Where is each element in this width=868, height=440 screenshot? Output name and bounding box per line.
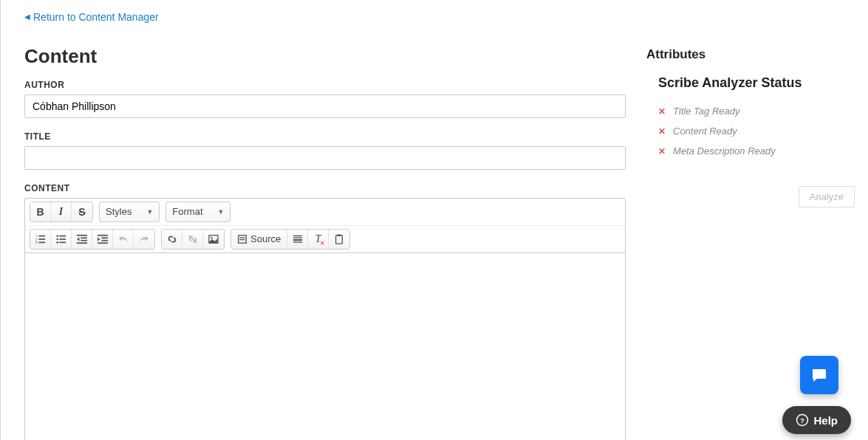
author-input[interactable] xyxy=(24,94,626,118)
svg-rect-1 xyxy=(38,238,45,240)
bullet-list-button[interactable] xyxy=(51,230,72,249)
svg-point-24 xyxy=(211,236,213,238)
svg-rect-28 xyxy=(293,235,302,236)
svg-rect-19 xyxy=(101,239,108,241)
source-button[interactable]: Source xyxy=(231,230,287,249)
svg-rect-13 xyxy=(81,237,87,238)
status-meta-description: ✕ Meta Description Ready xyxy=(658,145,853,157)
svg-marker-21 xyxy=(98,237,100,241)
return-to-content-manager-link[interactable]: ◀ Return to Content Manager xyxy=(24,11,159,23)
title-label: TITLE xyxy=(24,131,626,142)
return-link-label: Return to Content Manager xyxy=(33,11,159,23)
page-title: Content xyxy=(24,45,626,68)
editor-toolbar-row-1: B I S Styles ▼ Format ▼ xyxy=(25,199,625,226)
format-dropdown-label: Format xyxy=(172,206,202,217)
rich-text-editor: B I S Styles ▼ Format ▼ xyxy=(24,198,626,441)
chat-icon xyxy=(810,366,828,384)
status-label: Content Ready xyxy=(673,126,737,137)
format-dropdown[interactable]: Format ▼ xyxy=(165,202,230,222)
help-fab[interactable]: ? Help xyxy=(782,406,851,434)
svg-rect-7 xyxy=(59,235,66,236)
svg-rect-0 xyxy=(38,235,45,236)
image-button[interactable] xyxy=(203,230,224,249)
svg-rect-33 xyxy=(338,234,341,236)
svg-text:3: 3 xyxy=(35,241,38,244)
styles-dropdown-label: Styles xyxy=(106,206,131,217)
x-icon: ✕ xyxy=(658,106,667,117)
svg-rect-27 xyxy=(240,239,245,240)
svg-rect-32 xyxy=(336,235,343,243)
chat-fab[interactable] xyxy=(800,356,838,394)
analyze-button[interactable]: Analyze xyxy=(799,186,855,207)
indent-button[interactable] xyxy=(92,230,113,249)
remove-format-button[interactable]: T✕ xyxy=(308,230,329,249)
svg-rect-30 xyxy=(293,239,302,241)
attributes-heading: Attributes xyxy=(646,47,853,62)
author-label: AUTHOR xyxy=(24,80,626,90)
bold-button[interactable]: B xyxy=(30,202,51,221)
svg-point-6 xyxy=(56,235,58,237)
svg-rect-20 xyxy=(98,242,108,244)
svg-rect-12 xyxy=(77,234,87,236)
content-label: CONTENT xyxy=(24,183,626,193)
strikethrough-button[interactable]: S xyxy=(72,202,92,221)
svg-rect-11 xyxy=(59,241,66,243)
help-label: Help xyxy=(813,414,838,427)
redo-button[interactable] xyxy=(134,230,154,249)
analyzer-heading: Scribe Analyzer Status xyxy=(658,75,853,91)
link-button[interactable] xyxy=(162,230,182,249)
title-input[interactable] xyxy=(24,146,626,170)
triangle-left-icon: ◀ xyxy=(24,13,30,21)
unlink-button[interactable] xyxy=(182,230,203,249)
x-icon: ✕ xyxy=(658,126,667,137)
svg-marker-16 xyxy=(77,237,80,241)
svg-point-10 xyxy=(56,241,58,244)
chevron-down-icon: ▼ xyxy=(146,208,153,216)
undo-button[interactable] xyxy=(113,230,134,249)
x-icon: ✕ xyxy=(658,146,667,157)
status-label: Meta Description Ready xyxy=(673,145,776,157)
styles-dropdown[interactable]: Styles ▼ xyxy=(99,202,160,222)
editor-toolbar-row-2: 123 xyxy=(25,226,625,253)
status-label: Title Tag Ready xyxy=(673,106,739,117)
svg-rect-18 xyxy=(101,237,108,238)
svg-rect-31 xyxy=(293,241,302,242)
svg-text:?: ? xyxy=(801,416,805,424)
editor-content-area[interactable] xyxy=(25,253,625,441)
numbered-list-button[interactable]: 123 xyxy=(30,230,51,249)
svg-rect-2 xyxy=(38,241,45,243)
status-content: ✕ Content Ready xyxy=(658,126,853,137)
svg-rect-17 xyxy=(98,234,108,236)
svg-rect-15 xyxy=(77,242,87,244)
outdent-button[interactable] xyxy=(72,230,92,249)
svg-rect-14 xyxy=(81,239,87,241)
svg-rect-26 xyxy=(240,237,245,238)
source-button-label: Source xyxy=(250,233,281,244)
svg-rect-29 xyxy=(293,237,302,238)
italic-button[interactable]: I xyxy=(51,202,72,221)
chevron-down-icon: ▼ xyxy=(218,208,225,216)
question-icon: ? xyxy=(796,413,809,427)
paste-button[interactable] xyxy=(329,230,349,249)
svg-rect-9 xyxy=(59,238,66,240)
analyzer-status-list: ✕ Title Tag Ready ✕ Content Ready ✕ Meta… xyxy=(658,106,853,157)
horizontal-rule-button[interactable] xyxy=(287,230,308,249)
status-title-tag: ✕ Title Tag Ready xyxy=(658,106,853,117)
svg-point-8 xyxy=(56,238,58,240)
